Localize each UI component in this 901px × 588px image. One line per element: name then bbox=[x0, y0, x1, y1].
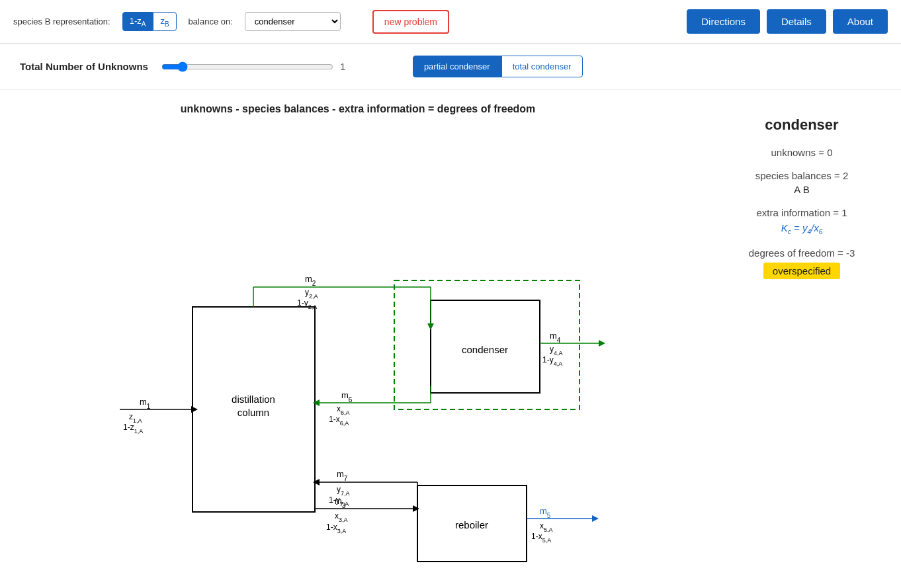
extra-info-section: extra information = 1 Kc = y4/x6 bbox=[729, 207, 875, 235]
reboiler-label: reboiler bbox=[455, 519, 488, 530]
process-diagram: distillation column condenser reboiler m… bbox=[87, 128, 629, 565]
slider-container: 1 bbox=[161, 61, 386, 72]
stream-m6-comp: 1-x6,A bbox=[329, 415, 349, 427]
right-panel: condenser unknowns = 0 species balances … bbox=[709, 103, 894, 565]
stream-m5-label: m5 bbox=[540, 506, 551, 519]
stream-m4-comp: 1-y4,A bbox=[542, 355, 562, 367]
overspecified-badge: overspecified bbox=[763, 263, 840, 279]
equation-title: unknowns - species balances - extra info… bbox=[7, 103, 709, 115]
stream-m2-label: m2 bbox=[305, 274, 316, 287]
stream-m5-arrowhead bbox=[592, 515, 599, 522]
species-label: species B representation: bbox=[13, 17, 110, 26]
balance-select[interactable]: condenserdistillation columnreboilerover… bbox=[245, 12, 341, 31]
slider-value: 1 bbox=[340, 61, 345, 72]
equilibrium-equation: Kc = y4/x6 bbox=[729, 222, 875, 235]
species-list: A B bbox=[729, 184, 875, 195]
distillation-column-label: distillation bbox=[232, 394, 275, 405]
rep-btn-zB[interactable]: zB bbox=[153, 12, 176, 32]
stream-m1-comp: 1-z1,A bbox=[123, 423, 143, 435]
stream-m7-label: m7 bbox=[337, 469, 348, 482]
unknowns-slider[interactable] bbox=[161, 62, 333, 72]
main-content: unknowns - species balances - extra info… bbox=[0, 90, 901, 578]
stream-m3-comp: 1-x3,A bbox=[326, 523, 346, 534]
dof-value: degrees of freedom = -3 bbox=[729, 247, 875, 259]
rep-buttons: 1-zA zB bbox=[122, 12, 177, 32]
diagram-area: unknowns - species balances - extra info… bbox=[7, 103, 709, 565]
unknowns-label: Total Number of Unknowns bbox=[20, 61, 148, 72]
unknowns-value: unknowns = 0 bbox=[771, 147, 833, 158]
stream-m5-comp: 1-x5,A bbox=[531, 532, 551, 544]
new-problem-button[interactable]: new problem bbox=[372, 10, 449, 34]
species-balances-value: species balances = 2 bbox=[729, 170, 875, 181]
condenser-toggle: partial condenser total condenser bbox=[413, 56, 583, 77]
total-condenser-button[interactable]: total condenser bbox=[501, 56, 583, 77]
distillation-column-label2: column bbox=[237, 407, 269, 418]
rep-btn-1zA[interactable]: 1-zA bbox=[122, 12, 153, 32]
condenser-label: condenser bbox=[462, 344, 508, 355]
toolbar: species B representation: 1-zA zB balanc… bbox=[0, 0, 901, 44]
extra-info-value: extra information = 1 bbox=[729, 207, 875, 218]
about-button[interactable]: About bbox=[833, 9, 888, 34]
details-button[interactable]: Details bbox=[767, 9, 826, 34]
stream-m1-label: m1 bbox=[140, 397, 151, 410]
species-balances-section: species balances = 2 A B bbox=[729, 170, 875, 195]
balance-label: balance on: bbox=[189, 17, 233, 26]
stream-m4-arrowhead bbox=[599, 340, 605, 347]
stream-m3-x3A: x3,A bbox=[335, 511, 348, 523]
unknowns-row: Total Number of Unknowns 1 partial conde… bbox=[0, 44, 901, 90]
condenser-title: condenser bbox=[729, 116, 875, 134]
unknowns-section: unknowns = 0 bbox=[729, 147, 875, 158]
partial-condenser-button[interactable]: partial condenser bbox=[413, 56, 501, 77]
stream-m6-label: m6 bbox=[341, 390, 353, 403]
directions-button[interactable]: Directions bbox=[687, 9, 760, 34]
stream-m4-label: m4 bbox=[550, 331, 561, 344]
dof-section: degrees of freedom = -3 overspecified bbox=[729, 247, 875, 279]
nav-buttons: Directions Details About bbox=[687, 9, 888, 34]
